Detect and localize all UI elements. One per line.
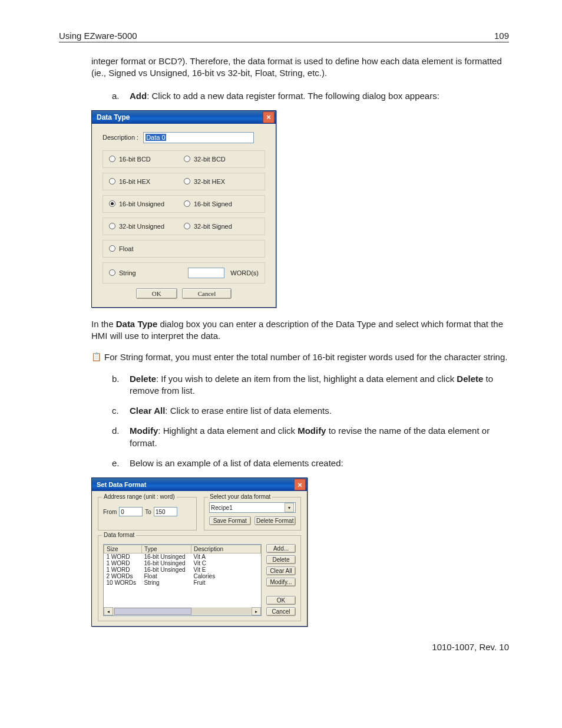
after-dialog-paragraph: In the Data Type dialog box you can ente…	[91, 318, 509, 342]
select-legend: Select your data format	[208, 493, 272, 500]
radio-label: 16-bit BCD	[119, 156, 151, 163]
chevron-down-icon: ▾	[285, 503, 294, 512]
combobox-value: Recipe1	[211, 505, 233, 511]
dialog2-title: Set Data Format	[97, 481, 146, 488]
radio-icon	[184, 223, 190, 229]
string-words-input[interactable]	[188, 268, 224, 278]
intro-paragraph: integer format or BCD?). Therefore, the …	[91, 55, 509, 80]
radio-32bit-signed[interactable]: 32-bit Signed	[184, 223, 259, 230]
radio-label: 16-bit Signed	[194, 200, 232, 207]
note-text: For String format, you must enter the to…	[104, 351, 507, 363]
col-description[interactable]: Description	[191, 545, 261, 554]
table-row[interactable]: 2 WORDsFloatCalories	[104, 573, 261, 579]
radio-32bit-bcd[interactable]: 32-bit BCD	[184, 156, 259, 163]
radio-icon	[109, 269, 115, 276]
radio-label: 32-bit HEX	[194, 178, 225, 185]
from-label: From	[103, 509, 117, 515]
modify-button[interactable]: Modify...	[266, 578, 296, 587]
table-row[interactable]: 1 WORD16-bit UnsingedVit E	[104, 566, 261, 573]
description-value: Data 0	[146, 134, 166, 141]
radio-icon	[184, 178, 190, 185]
dialog2-titlebar: Set Data Format ×	[92, 478, 307, 491]
ok-button[interactable]: OK	[136, 288, 177, 299]
radio-label: 16-bit HEX	[119, 178, 150, 185]
add-text: : Click to add a new data register forma…	[147, 91, 439, 101]
add-term: Add	[130, 91, 147, 101]
radio-icon	[109, 200, 115, 207]
radio-16bit-signed[interactable]: 16-bit Signed	[184, 200, 259, 207]
list-letter: e.	[112, 457, 130, 469]
note-line: 📋 For String format, you must enter the …	[91, 351, 509, 363]
table-row[interactable]: 10 WORDsStringFruit	[104, 579, 261, 586]
list-item-e: e. Below is an example of a list of data…	[112, 457, 509, 469]
description-input[interactable]: Data 0	[143, 132, 254, 143]
ok-button[interactable]: OK	[266, 596, 296, 605]
radio-icon	[184, 156, 190, 162]
radio-string[interactable]: String	[109, 269, 136, 276]
address-range-group: Address range (unit : word) From 0 To 15…	[98, 497, 197, 531]
radio-icon	[109, 245, 115, 252]
words-suffix: WORD(s)	[230, 269, 259, 276]
note-icon: 📋	[91, 351, 100, 363]
description-label: Description :	[103, 134, 138, 141]
select-format-group: Select your data format Recipe1 ▾ Save F…	[204, 497, 301, 531]
from-input[interactable]: 0	[119, 507, 143, 516]
radio-16bit-unsigned[interactable]: 16-bit Unsigned	[109, 200, 184, 207]
save-format-button[interactable]: Save Format	[209, 516, 251, 525]
data-format-table[interactable]: Size Type Description 1 WORD16-bit Unsin…	[103, 544, 262, 616]
radio-16bit-hex[interactable]: 16-bit HEX	[109, 178, 184, 185]
list-letter: c.	[112, 405, 130, 417]
radio-16bit-bcd[interactable]: 16-bit BCD	[109, 156, 184, 163]
delete-button[interactable]: Delete	[266, 555, 296, 564]
set-data-format-dialog: Set Data Format × Address range (unit : …	[91, 477, 308, 627]
to-input[interactable]: 150	[154, 507, 177, 516]
cancel-button[interactable]: Cancel	[266, 607, 296, 616]
list-item-a: a. Add: Click to add a new data register…	[112, 90, 509, 102]
radio-icon	[109, 178, 115, 185]
add-button[interactable]: Add...	[266, 544, 296, 553]
radio-32bit-unsigned[interactable]: 32-bit Unsigned	[109, 223, 184, 230]
cancel-button[interactable]: Cancel	[182, 288, 232, 299]
delete-format-button[interactable]: Delete Format	[254, 516, 296, 525]
table-row[interactable]: 1 WORD16-bit UnsingedVit C	[104, 560, 261, 566]
horizontal-scrollbar[interactable]: ◂ ▸	[104, 607, 261, 615]
header-right: 109	[494, 31, 509, 41]
format-combobox[interactable]: Recipe1 ▾	[209, 502, 296, 513]
page-header: Using EZware-5000 109	[59, 31, 509, 42]
dialog-title: Data Type	[97, 113, 130, 121]
page-footer: 1010-1007, Rev. 10	[59, 642, 509, 652]
scroll-left-icon[interactable]: ◂	[104, 607, 113, 615]
to-label: To	[145, 509, 151, 515]
header-left: Using EZware-5000	[59, 31, 137, 41]
radio-label: String	[119, 269, 136, 276]
data-format-legend: Data format	[102, 532, 136, 538]
radio-float[interactable]: Float	[109, 245, 133, 252]
address-legend: Address range (unit : word)	[102, 493, 177, 500]
radio-icon	[184, 200, 190, 207]
list-item-c: c. Clear All: Click to erase entire list…	[112, 405, 509, 417]
list-letter: a.	[112, 90, 130, 102]
table-row[interactable]: 1 WORD16-bit UnsingedVit A	[104, 554, 261, 561]
list-item-b: b. Delete: If you wish to delete an item…	[112, 373, 509, 397]
dialog-titlebar: Data Type ×	[92, 111, 276, 124]
data-format-group: Data format Size Type Description	[98, 535, 301, 621]
scroll-right-icon[interactable]: ▸	[252, 607, 261, 615]
radio-label: 32-bit Unsigned	[119, 223, 164, 230]
radio-icon	[109, 156, 115, 162]
list-letter: b.	[112, 373, 130, 397]
radio-label: 16-bit Unsigned	[119, 200, 164, 207]
radio-label: 32-bit Signed	[194, 223, 232, 230]
radio-label: Float	[119, 245, 133, 252]
radio-icon	[109, 223, 115, 229]
radio-32bit-hex[interactable]: 32-bit HEX	[184, 178, 259, 185]
list-letter: d.	[112, 425, 130, 449]
close-icon[interactable]: ×	[294, 479, 306, 490]
clear-all-button[interactable]: Clear All	[266, 566, 296, 575]
list-item-d: d. Modify: Highlight a data element and …	[112, 425, 509, 449]
data-type-dialog: Data Type × Description : Data 0 16-bit …	[91, 110, 276, 308]
radio-label: 32-bit BCD	[194, 156, 226, 163]
close-icon[interactable]: ×	[263, 111, 275, 123]
col-type[interactable]: Type	[142, 545, 191, 554]
col-size[interactable]: Size	[104, 545, 142, 554]
scroll-thumb[interactable]	[114, 608, 191, 615]
